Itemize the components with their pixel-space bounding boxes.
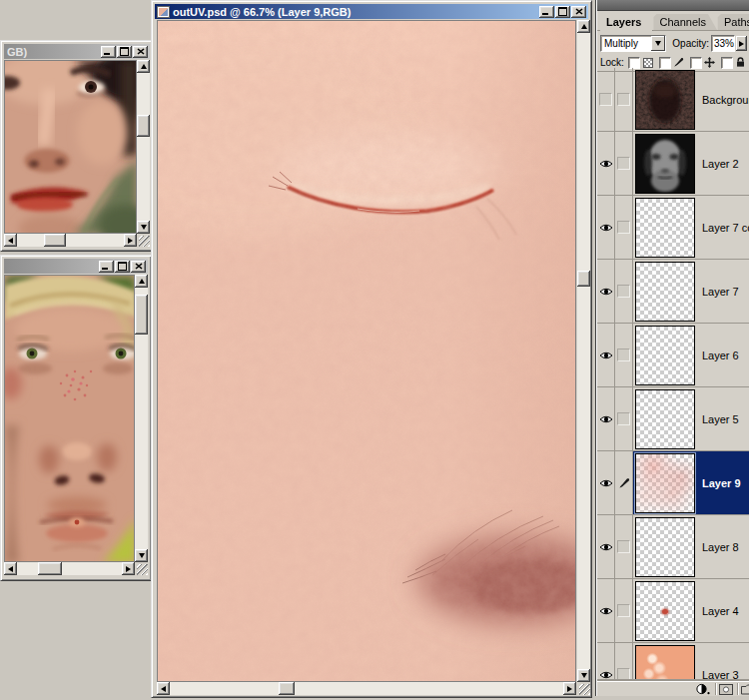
link-cell[interactable] (615, 324, 633, 386)
layer-row-layer-9[interactable]: Layer 9 (597, 451, 749, 515)
scrollbar-thumb[interactable] (38, 562, 62, 575)
lock-all-checkbox[interactable] (721, 57, 733, 69)
layer-name[interactable]: Layer 3 (702, 669, 739, 681)
visibility-toggle[interactable] (597, 579, 615, 642)
layer-row-layer-4[interactable]: Layer 4 (597, 579, 749, 643)
layer-row-layer-5[interactable]: Layer 5 (597, 387, 749, 451)
link-cell[interactable] (615, 132, 633, 195)
document-titlebar[interactable]: outUV.psd @ 66.7% (Layer 9,RGB) (155, 4, 588, 19)
scroll-left-button[interactable] (4, 562, 17, 575)
layer-name[interactable]: Layer 7 copy (702, 222, 749, 234)
opacity-input[interactable]: 33% (711, 35, 735, 52)
image-canvas-child[interactable] (4, 275, 135, 562)
lock-paint[interactable] (659, 57, 685, 69)
layer-thumbnail[interactable] (635, 262, 695, 322)
visibility-toggle[interactable] (597, 643, 615, 682)
maximize-button[interactable] (115, 261, 130, 273)
resize-grip[interactable] (135, 562, 148, 575)
tab-channels[interactable]: Channels (653, 14, 716, 30)
horizontal-scrollbar[interactable] (4, 562, 135, 575)
scroll-up-button[interactable] (135, 275, 148, 288)
layer-thumbnail[interactable] (635, 453, 695, 513)
blend-mode-select[interactable]: Multiply (600, 35, 666, 52)
scrollbar-thumb[interactable] (577, 271, 590, 287)
layer-name[interactable]: Layer 6 (702, 350, 739, 361)
image-canvas-woman[interactable] (4, 60, 137, 234)
document-window[interactable]: outUV.psd @ 66.7% (Layer 9,RGB) (151, 0, 592, 698)
lock-all[interactable] (721, 57, 747, 69)
minimize-button[interactable] (101, 46, 116, 58)
document-canvas[interactable] (157, 20, 576, 682)
visibility-toggle[interactable] (597, 260, 615, 323)
close-button[interactable] (133, 46, 148, 58)
layer-thumbnail[interactable] (635, 581, 695, 641)
horizontal-scrollbar[interactable] (157, 682, 576, 695)
minimize-button[interactable] (99, 261, 114, 273)
visibility-toggle[interactable] (597, 324, 615, 386)
palette-drag-strip[interactable] (597, 0, 749, 11)
layer-name[interactable]: Background copy (702, 94, 749, 106)
tab-layers[interactable]: Layers (600, 14, 652, 31)
scroll-up-button[interactable] (577, 20, 590, 33)
adjustment-layer-icon[interactable] (696, 683, 711, 696)
layer-thumbnail[interactable] (635, 134, 695, 194)
layer-name[interactable]: Layer 8 (702, 541, 739, 553)
link-cell[interactable] (615, 260, 633, 323)
vertical-scrollbar[interactable] (137, 60, 150, 234)
dropdown-button[interactable] (651, 36, 665, 51)
scroll-up-button[interactable] (137, 60, 150, 73)
scrollbar-thumb[interactable] (279, 682, 295, 695)
link-cell[interactable] (615, 68, 633, 131)
scroll-down-button[interactable] (577, 669, 590, 682)
link-cell[interactable] (615, 196, 633, 259)
layer-thumbnail[interactable] (635, 389, 695, 449)
layer-thumbnail[interactable] (635, 70, 695, 130)
link-cell[interactable] (615, 643, 633, 682)
layer-thumbnail[interactable] (635, 517, 695, 577)
vertical-scrollbar[interactable] (135, 275, 148, 562)
link-cell[interactable] (615, 451, 633, 514)
lock-transparency[interactable] (628, 57, 654, 69)
horizontal-scrollbar[interactable] (4, 234, 137, 247)
layer-name[interactable]: Layer 5 (702, 413, 739, 425)
layer-name[interactable]: Layer 2 (702, 158, 739, 170)
minimize-button[interactable] (539, 6, 554, 18)
layer-row-layer-7-copy[interactable]: Layer 7 copy (597, 196, 749, 260)
lock-position-checkbox[interactable] (690, 57, 702, 69)
layer-thumbnail[interactable] (635, 645, 695, 683)
window-titlebar[interactable]: GB) (4, 44, 150, 59)
lock-paint-checkbox[interactable] (659, 57, 671, 69)
layer-name[interactable]: Layer 4 (702, 605, 739, 617)
lock-position[interactable] (690, 57, 716, 69)
layer-row-layer-6[interactable]: Layer 6 (597, 324, 749, 387)
scroll-down-button[interactable] (135, 549, 148, 562)
link-cell[interactable] (615, 387, 633, 450)
link-cell[interactable] (615, 515, 633, 578)
visibility-toggle[interactable] (597, 515, 615, 578)
layer-row-layer-3[interactable]: Layer 3 (597, 643, 749, 682)
scrollbar-thumb[interactable] (135, 295, 148, 335)
close-button[interactable] (571, 6, 586, 18)
visibility-toggle[interactable] (597, 68, 615, 131)
resize-grip[interactable] (137, 234, 150, 247)
scroll-right-button[interactable] (563, 682, 576, 695)
layer-thumbnail[interactable] (635, 198, 695, 258)
window-titlebar[interactable] (4, 259, 148, 274)
vertical-scrollbar[interactable] (577, 20, 590, 682)
scrollbar-thumb[interactable] (44, 234, 66, 247)
folder-icon[interactable] (741, 683, 749, 696)
visibility-toggle[interactable] (597, 196, 615, 259)
scroll-left-button[interactable] (157, 682, 170, 695)
scroll-down-button[interactable] (137, 221, 150, 234)
opacity-slider-button[interactable] (736, 36, 747, 51)
lock-transparency-checkbox[interactable] (628, 57, 640, 69)
layer-name[interactable]: Layer 7 (702, 286, 739, 298)
image-window-child[interactable] (0, 255, 152, 581)
maximize-button[interactable] (117, 46, 132, 58)
layer-row-layer-8[interactable]: Layer 8 (597, 515, 749, 579)
resize-grip[interactable] (577, 682, 590, 695)
layer-name[interactable]: Layer 9 (702, 477, 741, 489)
scroll-left-button[interactable] (4, 234, 17, 247)
close-button[interactable] (131, 261, 146, 273)
layer-row-layer-2[interactable]: Layer 2 (597, 132, 749, 196)
